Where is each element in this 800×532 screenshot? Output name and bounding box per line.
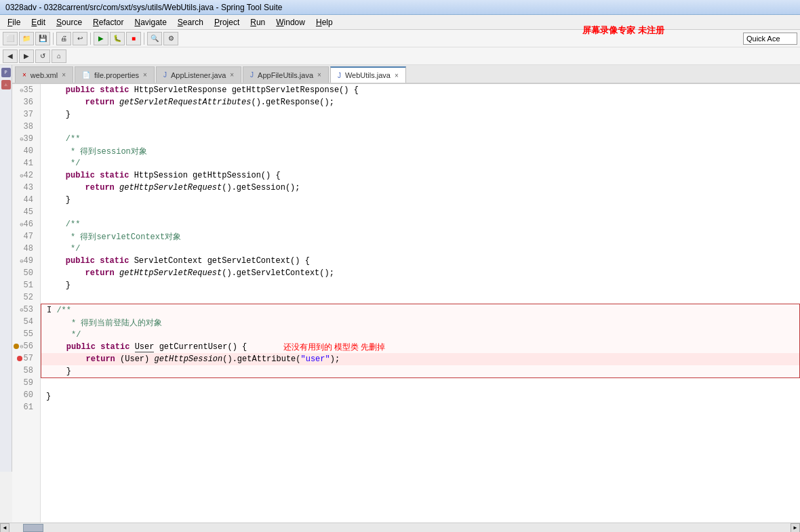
toolbar-back-btn[interactable]: ◀ xyxy=(3,49,18,63)
menu-help[interactable]: Help xyxy=(311,16,338,28)
sidebar-icon-1[interactable]: P xyxy=(1,68,11,77)
menu-run[interactable]: Run xyxy=(245,16,270,28)
code-line-47: * 得到servletContext对象 xyxy=(41,230,800,243)
code-line-43: return getHttpServletRequest().getSessio… xyxy=(41,182,800,194)
toolbar-row-2: ◀ ▶ ↺ ⌂ xyxy=(0,47,800,65)
line-num-39: ⊖39 xyxy=(12,133,40,145)
tab-appfileutils[interactable]: J AppFileUtils.java × xyxy=(243,66,329,83)
line-num-37: 37 xyxy=(12,108,40,121)
line-num-54: 54 xyxy=(12,316,40,328)
toolbar-print-btn[interactable]: 🖨 xyxy=(56,32,71,45)
menu-navigate[interactable]: Navigate xyxy=(129,16,171,28)
tab-webutils-close[interactable]: × xyxy=(395,72,399,79)
menu-edit[interactable]: Edit xyxy=(26,16,50,28)
tab-file-props-close[interactable]: × xyxy=(143,71,147,79)
line-num-57: 57 xyxy=(12,352,40,365)
red-note-56: 还没有用到的 模型类 先删掉 xyxy=(274,342,385,353)
toolbar-stop-btn[interactable]: ■ xyxy=(126,32,141,45)
code-line-54: * 得到当前登陆人的对象 xyxy=(41,316,799,329)
code-line-37: } xyxy=(41,108,800,121)
tab-web-xml-close[interactable]: × xyxy=(62,71,66,79)
sidebar-icon-2[interactable]: ⚠ xyxy=(1,80,11,89)
scroll-left-arrow[interactable]: ◀ xyxy=(0,523,9,533)
menu-refactor[interactable]: Refactor xyxy=(88,16,128,28)
line-num-58: 58 xyxy=(12,365,40,377)
line-num-49: ⊖49 xyxy=(12,255,40,267)
code-line-53: I /** xyxy=(41,304,799,316)
toolbar-open-btn[interactable]: 📁 xyxy=(19,32,34,45)
line-num-60: 60 xyxy=(12,389,40,401)
toolbar-search-btn[interactable]: 🔍 xyxy=(147,32,162,45)
warning-marker-56 xyxy=(14,344,19,349)
tab-applistener[interactable]: J AppListener.java × xyxy=(156,66,241,83)
line-num-48: 48 xyxy=(12,243,40,255)
tab-webutils[interactable]: J WebUtils.java × xyxy=(330,66,406,83)
scroll-right-arrow[interactable]: ▶ xyxy=(791,523,800,533)
tab-bar: × web.xml × 📄 file.properties × J AppLis… xyxy=(0,65,800,84)
line-num-56: ⊖56 xyxy=(12,340,40,352)
line-num-52: 52 xyxy=(12,291,40,304)
menu-file[interactable]: File xyxy=(3,16,25,28)
line-num-41: 41 xyxy=(12,157,40,169)
tab-appfileutils-close[interactable]: × xyxy=(317,71,321,79)
scroll-thumb[interactable] xyxy=(23,524,43,532)
toolbar-new-btn[interactable]: ⬜ xyxy=(3,32,18,45)
toolbar-debug-btn[interactable]: 🐛 xyxy=(110,32,125,45)
toolbar-undo-btn[interactable]: ↩ xyxy=(73,32,87,45)
code-line-41: */ xyxy=(41,157,800,169)
quick-ace-input[interactable]: Quick Ace xyxy=(743,33,797,45)
tab-xml-icon: × xyxy=(22,71,26,79)
toolbar-home-btn[interactable]: ⌂ xyxy=(52,49,66,63)
title-bar: 0328adv - 0328carrent/src/com/sxt/sys/ut… xyxy=(0,0,800,15)
menu-search[interactable]: Search xyxy=(173,16,208,28)
toolbar-run-btn[interactable]: ▶ xyxy=(94,32,108,45)
menu-window[interactable]: Window xyxy=(271,16,310,28)
tab-web-xml[interactable]: × web.xml × xyxy=(15,66,73,83)
code-line-35: public static HttpServletResponse getHtt… xyxy=(41,84,800,96)
line-num-50: 50 xyxy=(12,267,40,279)
left-sidebar: P ⚠ xyxy=(0,65,12,472)
code-line-61 xyxy=(41,403,800,415)
editor-area: P ⚠ × web.xml × 📄 file.properties × J Ap… xyxy=(0,65,800,532)
code-line-46: /** xyxy=(41,218,800,230)
toolbar-forward-btn[interactable]: ▶ xyxy=(19,49,34,63)
code-content[interactable]: public static HttpServletResponse getHtt… xyxy=(41,84,800,523)
menu-bar: File Edit Source Refactor Navigate Searc… xyxy=(0,15,800,30)
line-num-45: 45 xyxy=(12,206,40,218)
code-line-52 xyxy=(41,291,800,304)
menu-source[interactable]: Source xyxy=(52,16,87,28)
toolbar-row-1: ⬜ 📁 💾 🖨 ↩ ▶ 🐛 ■ 🔍 ⚙ Quick Ace xyxy=(0,30,800,47)
line-num-35: ⊖35 xyxy=(12,84,40,96)
breakpoint-57[interactable] xyxy=(17,356,22,361)
tab-applistener-label: AppListener.java xyxy=(171,71,226,79)
code-line-44: } xyxy=(41,194,800,206)
code-line-48: */ xyxy=(41,243,800,255)
line-num-51: 51 xyxy=(12,279,40,291)
code-line-58: } xyxy=(41,365,799,377)
tab-applistener-close[interactable]: × xyxy=(230,71,234,79)
toolbar-sep-2 xyxy=(90,33,91,45)
code-line-59 xyxy=(41,378,800,390)
toolbar-save-btn[interactable]: 💾 xyxy=(35,32,50,45)
toolbar-refresh-btn[interactable]: ↺ xyxy=(35,49,50,63)
watermark: 屏幕录像专家 未注册 xyxy=(582,24,664,37)
code-line-55: */ xyxy=(41,329,799,341)
menu-project[interactable]: Project xyxy=(209,16,244,28)
line-num-46: ⊖46 xyxy=(12,218,40,230)
scroll-track[interactable] xyxy=(9,523,791,533)
code-line-50: return getHttpServletRequest().getServle… xyxy=(41,267,800,279)
line-num-55: 55 xyxy=(12,328,40,340)
tab-file-properties[interactable]: 📄 file.properties × xyxy=(75,66,155,83)
quick-ace-label: Quick Ace xyxy=(746,35,780,43)
code-line-51: } xyxy=(41,279,800,291)
toolbar-settings-btn[interactable]: ⚙ xyxy=(163,32,178,45)
toolbar-sep-3 xyxy=(144,33,144,45)
code-line-42: public static HttpSession getHttpSession… xyxy=(41,169,800,182)
code-line-49: public static ServletContext getServletC… xyxy=(41,255,800,267)
code-line-38 xyxy=(41,121,800,133)
code-line-56: public static User getCurrentUser() { 还没… xyxy=(41,341,799,353)
tab-webutils-label: WebUtils.java xyxy=(345,71,391,79)
code-line-60: } xyxy=(41,390,800,403)
code-line-57: return (User) getHttpSession().getAttrib… xyxy=(41,353,799,365)
line-num-61: 61 xyxy=(12,401,40,413)
